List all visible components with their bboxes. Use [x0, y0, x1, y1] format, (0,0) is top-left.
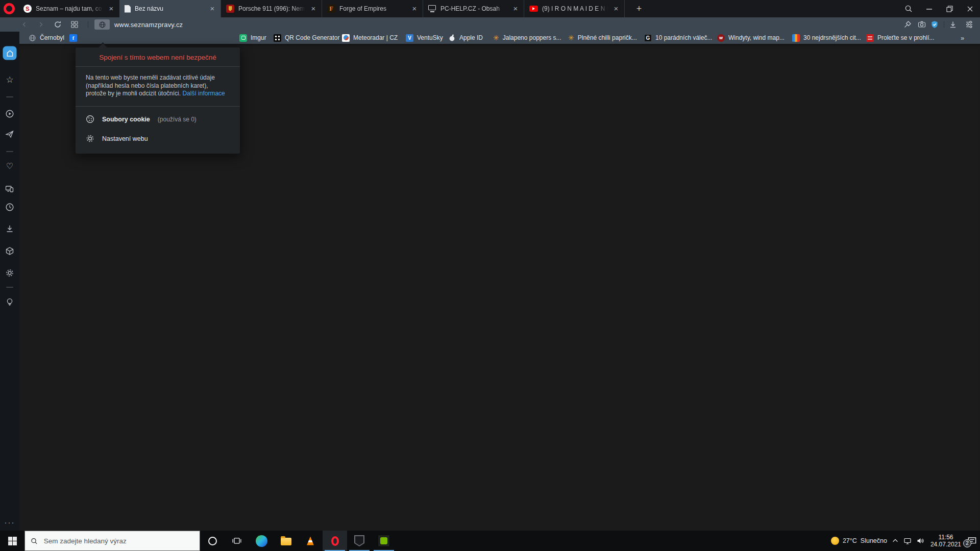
vlc-button[interactable] — [298, 531, 323, 551]
sidebar-speed-dial-button[interactable] — [3, 46, 17, 60]
sidebar-likes-button[interactable] — [6, 162, 13, 170]
bookmark-label: Apple ID — [459, 34, 483, 41]
taskbar-search[interactable] — [24, 531, 200, 551]
bookmark-label: Windyty, wind map... — [728, 34, 785, 41]
easy-setup-button[interactable] — [965, 20, 973, 29]
tab-bar: Seznam – najdu tam, co ne Bez názvu Pors… — [0, 0, 980, 17]
site-info-badge[interactable] — [94, 19, 110, 30]
cortana-button[interactable] — [200, 531, 225, 551]
bookmark-10-paradnich[interactable]: 10 parádních váleč... — [644, 32, 712, 44]
weather-widget[interactable]: 27°C Slunečno — [831, 537, 887, 545]
tab-close-icon[interactable] — [410, 5, 419, 13]
opera-menu-logo[interactable] — [4, 3, 15, 14]
tab-seznam[interactable]: Seznam – najdu tam, co ne — [18, 0, 119, 17]
new-tab-button[interactable] — [631, 0, 647, 17]
bookmark-apple-id[interactable]: Apple ID — [448, 32, 483, 44]
bookmark-prolette-se[interactable]: Proleťte se v prohlí... — [866, 32, 934, 44]
sidebar-history-button[interactable] — [6, 203, 14, 212]
bookmark-qr-code-generator[interactable]: QR Code Generator — [274, 32, 339, 44]
tray-expand-button[interactable] — [892, 537, 899, 544]
sidebar-downloads-button[interactable] — [6, 224, 14, 233]
bookmark-windyty[interactable]: Windyty, wind map... — [717, 32, 785, 44]
bookmark-cernobyl[interactable]: Černobyl — [29, 32, 64, 44]
sidebar-player-button[interactable] — [6, 110, 14, 118]
clock-widget[interactable]: 11:56 24.07.2021 — [929, 534, 963, 548]
red-site-icon — [866, 34, 874, 42]
address-url[interactable]: www.seznamzpravy.cz — [114, 17, 183, 32]
nvidia-experience-button[interactable] — [372, 531, 396, 551]
back-icon — [21, 21, 28, 28]
bookmarks-overflow-chevron[interactable] — [961, 32, 964, 44]
tab-search-button[interactable] — [898, 0, 919, 17]
sidebar-settings-button[interactable] — [6, 269, 14, 278]
tab-close-icon[interactable] — [612, 5, 620, 13]
tab-forge-of-empires[interactable]: Forge of Empires — [322, 0, 423, 17]
network-tray-icon[interactable] — [903, 537, 912, 545]
forward-icon — [37, 21, 44, 28]
bookmark-jalapeno-poppers[interactable]: Jalapeno poppers s... — [493, 32, 561, 44]
bookmark-30-nejdrsnejsich[interactable]: 30 nejdrsnějších cit... — [792, 32, 861, 44]
popup-rows: Soubory cookie (používá se 0) Nastavení … — [76, 107, 240, 154]
globe-icon — [29, 34, 36, 42]
chevron-up-icon — [892, 537, 899, 544]
play-circle-icon — [6, 110, 14, 118]
camera-icon — [918, 20, 926, 29]
tab-porsche[interactable]: Porsche 911 (996): Nemilov — [220, 0, 322, 17]
protection-shield-badge[interactable] — [930, 20, 939, 29]
seznam-favicon — [23, 5, 32, 13]
sidebar-my-flow-button[interactable] — [6, 130, 14, 139]
action-center-button[interactable]: 2 — [967, 536, 977, 546]
forward-button[interactable] — [37, 21, 44, 28]
task-view-button[interactable] — [225, 531, 249, 551]
bookmark-imgur[interactable]: Imgur — [239, 32, 266, 44]
bookmark-plnene-chilli[interactable]: Plněné chilli papričk... — [568, 32, 637, 44]
opera-taskbar-button[interactable] — [323, 531, 347, 551]
tab-pc-help[interactable]: PC-HELP.CZ - Obsah — [423, 0, 524, 17]
speed-dial-grid-button[interactable] — [71, 21, 79, 29]
close-window-button[interactable] — [960, 0, 980, 17]
bookmark-label: Proleťte se v prohlí... — [877, 34, 934, 41]
site-settings-row[interactable]: Nastavení webu — [76, 129, 240, 148]
bookmark-hidden-facebook[interactable] — [69, 32, 81, 44]
youtube-favicon — [529, 6, 538, 12]
tab-close-icon[interactable] — [309, 5, 317, 13]
back-button[interactable] — [21, 21, 28, 28]
bookmark-label: 30 nejdrsnějších cit... — [803, 34, 861, 41]
address-toolbar: www.seznamzpravy.cz — [0, 17, 980, 32]
tab-close-icon[interactable] — [107, 5, 115, 13]
reload-button[interactable] — [54, 20, 62, 29]
bookmark-meteoradar[interactable]: Meteoradar | CZ — [342, 32, 398, 44]
learn-more-link[interactable]: Další informace — [182, 90, 225, 97]
sidebar-devices-button[interactable] — [6, 185, 14, 193]
task-view-icon — [232, 536, 241, 545]
file-explorer-button[interactable] — [274, 531, 298, 551]
start-button[interactable] — [0, 531, 24, 551]
edge-taskbar-button[interactable] — [249, 531, 274, 551]
pinboard-button[interactable] — [903, 20, 912, 29]
restore-button[interactable] — [939, 0, 960, 17]
downloads-button[interactable] — [949, 20, 957, 29]
tab-bez-nazvu-active[interactable]: Bez názvu — [119, 0, 220, 17]
tab-close-icon[interactable] — [511, 5, 520, 13]
tab-youtube-iron-maiden[interactable]: (9) I R O N M A I D E N Bes — [524, 0, 625, 17]
sidebar-bookmarks-button[interactable] — [6, 76, 13, 84]
folder-icon — [281, 538, 291, 545]
world-of-tanks-button[interactable] — [347, 531, 372, 551]
sidebar-extensions-button[interactable] — [6, 247, 14, 256]
tab-title: Bez názvu — [135, 5, 204, 12]
cookies-row[interactable]: Soubory cookie (používá se 0) — [76, 110, 240, 129]
bookmark-ventusky[interactable]: VentuSky — [406, 32, 443, 44]
sidebar-more-button[interactable] — [5, 520, 15, 525]
clock-icon — [6, 203, 14, 212]
window-controls — [898, 0, 980, 17]
taskbar-search-input[interactable] — [43, 537, 194, 545]
site-settings-label: Nastavení webu — [102, 135, 148, 142]
snapshot-camera-button[interactable] — [918, 20, 926, 29]
qr-code-icon — [274, 34, 281, 42]
sidebar-tips-button[interactable] — [6, 298, 14, 307]
volume-tray-icon[interactable] — [916, 537, 924, 545]
minimize-button[interactable] — [919, 0, 939, 17]
sun-weather-icon — [831, 537, 839, 545]
tab-close-icon[interactable] — [208, 5, 216, 13]
download-icon — [949, 20, 957, 29]
